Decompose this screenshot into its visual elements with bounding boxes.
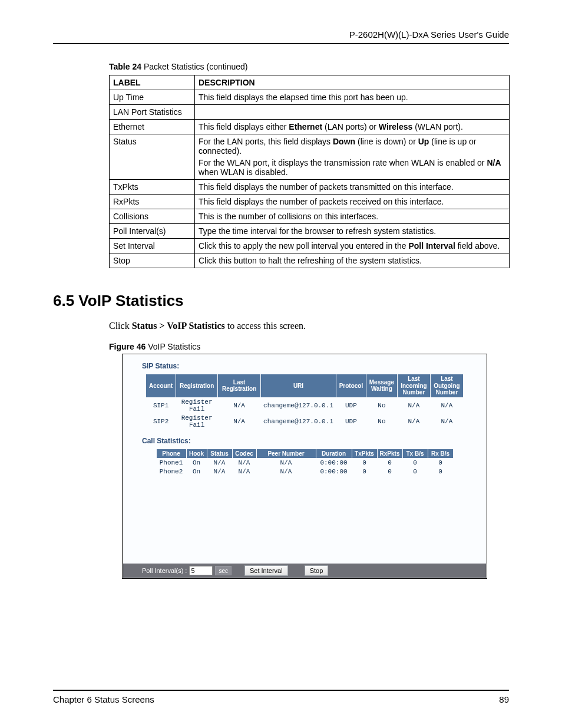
table-24-caption: Table 24 Packet Statistics (continued) bbox=[109, 62, 509, 71]
call-header: Rx B/s bbox=[428, 449, 453, 459]
table-24-caption-rest: Packet Statistics (continued) bbox=[141, 62, 248, 71]
call-cell: 0 bbox=[378, 459, 402, 467]
sip-cell: UDP bbox=[336, 398, 366, 413]
call-header: Status bbox=[207, 449, 232, 459]
footer-rule bbox=[53, 690, 509, 691]
call-cell: 0 bbox=[403, 459, 428, 467]
sip-cell: N/A bbox=[218, 398, 260, 413]
sip-header: Registration bbox=[176, 374, 217, 397]
figure-46-caption: Figure 46 VoIP Statistics bbox=[109, 342, 509, 351]
table-24-caption-bold: Table 24 bbox=[109, 62, 141, 71]
table-desc-cell: This field displays the number of packet… bbox=[195, 195, 510, 209]
table-desc-cell: Click this button to halt the refreshing… bbox=[195, 253, 510, 268]
sip-status-table: AccountRegistrationLastRegistrationURIPr… bbox=[146, 374, 464, 430]
table-24: LABEL DESCRIPTION Up TimeThis field disp… bbox=[109, 75, 510, 268]
sip-cell: Register Fail bbox=[176, 398, 217, 413]
table-desc-cell: This field displays the elapsed time thi… bbox=[195, 90, 510, 105]
table-label-cell: Ethernet bbox=[110, 120, 195, 134]
table-desc-cell: This is the number of collisions on this… bbox=[195, 209, 510, 224]
call-cell: On bbox=[187, 467, 207, 476]
sip-cell: changeme@127.0.0.1 bbox=[261, 398, 336, 413]
sip-header: LastRegistration bbox=[218, 374, 260, 397]
sip-header: LastIncomingNumber bbox=[398, 374, 430, 397]
sip-header: Protocol bbox=[336, 374, 366, 397]
stop-button[interactable]: Stop bbox=[305, 565, 329, 576]
footer-page-number: 89 bbox=[499, 694, 509, 704]
table-desc-cell: This field displays either Ethernet (LAN… bbox=[195, 120, 510, 134]
table-row: RxPktsThis field displays the number of … bbox=[110, 195, 510, 209]
call-cell: On bbox=[187, 459, 207, 467]
footer-chapter: Chapter 6 Status Screens bbox=[53, 694, 154, 704]
sip-header: Account bbox=[146, 374, 176, 397]
table-row: Set IntervalClick this to apply the new … bbox=[110, 239, 510, 253]
sip-cell: No bbox=[366, 414, 397, 429]
sip-cell: N/A bbox=[431, 398, 463, 413]
call-cell: 0:00:00 bbox=[316, 459, 352, 467]
sip-cell: Register Fail bbox=[176, 414, 217, 429]
header-rule bbox=[53, 43, 509, 44]
table-row: CollisionsThis is the number of collisio… bbox=[110, 209, 510, 224]
table-label-cell: Poll Interval(s) bbox=[110, 224, 195, 239]
table-row: StopClick this button to halt the refres… bbox=[110, 253, 510, 268]
intro-post: to access this screen. bbox=[225, 321, 306, 331]
call-cell: 0 bbox=[352, 467, 377, 476]
table-row: LAN Port Statistics bbox=[110, 105, 510, 120]
figure-46-caption-rest: VoIP Statistics bbox=[146, 342, 200, 351]
table-row: Up TimeThis field displays the elapsed t… bbox=[110, 90, 510, 105]
guide-title: P-2602H(W)(L)-DxA Series User's Guide bbox=[53, 29, 509, 39]
call-cell: 0:00:00 bbox=[316, 467, 352, 476]
call-cell: N/A bbox=[233, 467, 256, 476]
voip-statistics-screenshot: SIP Status: AccountRegistrationLastRegis… bbox=[122, 354, 487, 579]
sip-cell: changeme@127.0.0.1 bbox=[261, 414, 336, 429]
poll-interval-input[interactable] bbox=[189, 566, 213, 575]
call-row: Phone1OnN/AN/AN/A0:00:000000 bbox=[157, 459, 453, 467]
sip-status-title: SIP Status: bbox=[123, 355, 486, 374]
call-statistics-title: Call Statistics: bbox=[123, 431, 486, 449]
call-header: Peer Number bbox=[257, 449, 316, 459]
call-row: Phone2OnN/AN/AN/A0:00:000000 bbox=[157, 467, 453, 476]
table-24-header-description: DESCRIPTION bbox=[195, 75, 510, 90]
sip-cell: No bbox=[366, 398, 397, 413]
call-statistics-table: PhoneHookStatusCodecPeer NumberDurationT… bbox=[156, 449, 454, 477]
table-label-cell: RxPkts bbox=[110, 195, 195, 209]
sip-row: SIP1Register FailN/Achangeme@127.0.0.1UD… bbox=[146, 398, 463, 413]
table-desc-cell: Click this to apply the new poll interva… bbox=[195, 239, 510, 253]
call-cell: 0 bbox=[428, 459, 453, 467]
table-label-cell: Collisions bbox=[110, 209, 195, 224]
table-label-cell: TxPkts bbox=[110, 180, 195, 195]
call-cell: Phone1 bbox=[157, 459, 186, 467]
call-cell: 0 bbox=[428, 467, 453, 476]
poll-bar: Poll Interval(s) : sec Set Interval Stop bbox=[123, 564, 486, 578]
table-row: TxPktsThis field displays the number of … bbox=[110, 180, 510, 195]
call-header: TxPkts bbox=[352, 449, 377, 459]
table-row: Poll Interval(s)Type the time interval f… bbox=[110, 224, 510, 239]
call-header: Hook bbox=[187, 449, 207, 459]
sip-cell: SIP1 bbox=[146, 398, 176, 413]
call-header: Phone bbox=[157, 449, 186, 459]
table-desc-cell: Type the time interval for the browser t… bbox=[195, 224, 510, 239]
call-cell: Phone2 bbox=[157, 467, 186, 476]
sec-label: sec bbox=[215, 566, 232, 575]
table-label-cell: Set Interval bbox=[110, 239, 195, 253]
sip-header: URI bbox=[261, 374, 336, 397]
table-row: EthernetThis field displays either Ether… bbox=[110, 120, 510, 134]
table-row: StatusFor the LAN ports, this field disp… bbox=[110, 134, 510, 180]
call-header: RxPkts bbox=[378, 449, 402, 459]
sip-cell: UDP bbox=[336, 414, 366, 429]
intro-pre: Click bbox=[109, 321, 132, 331]
sip-header: MessageWaiting bbox=[366, 374, 397, 397]
table-desc-cell: This field displays the number of packet… bbox=[195, 180, 510, 195]
call-header: Tx B/s bbox=[403, 449, 428, 459]
call-cell: N/A bbox=[207, 467, 232, 476]
call-cell: N/A bbox=[257, 459, 316, 467]
intro-bold: Status > VoIP Statistics bbox=[132, 321, 225, 331]
call-cell: 0 bbox=[378, 467, 402, 476]
set-interval-button[interactable]: Set Interval bbox=[244, 565, 288, 576]
section-intro: Click Status > VoIP Statistics to access… bbox=[109, 321, 509, 331]
call-cell: N/A bbox=[257, 467, 316, 476]
section-heading: 6.5 VoIP Statistics bbox=[53, 292, 509, 310]
sip-cell: N/A bbox=[398, 398, 430, 413]
call-cell: 0 bbox=[352, 459, 377, 467]
sip-cell: N/A bbox=[218, 414, 260, 429]
table-label-cell: LAN Port Statistics bbox=[110, 105, 195, 120]
